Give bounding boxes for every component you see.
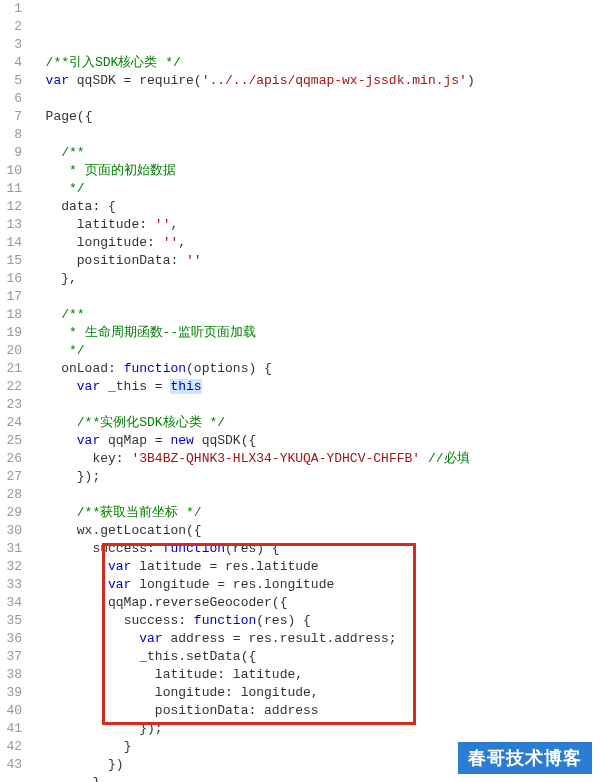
code-line[interactable]: wx.getLocation({ (30, 522, 600, 540)
code-line[interactable] (30, 90, 600, 108)
code-line[interactable] (30, 288, 600, 306)
code-token: /**实例化SDK核心类 */ (77, 415, 225, 430)
code-line[interactable]: success: function(res) { (30, 540, 600, 558)
code-line[interactable] (30, 486, 600, 504)
code-token: var (77, 379, 100, 394)
code-line[interactable]: data: { (30, 198, 600, 216)
line-number: 10 (0, 162, 22, 180)
code-token: qqSDK = require( (69, 73, 202, 88)
code-token (30, 523, 77, 538)
line-number: 9 (0, 144, 22, 162)
line-number: 43 (0, 756, 22, 774)
code-line[interactable]: /**实例化SDK核心类 */ (30, 414, 600, 432)
code-token (30, 649, 139, 664)
line-number: 36 (0, 630, 22, 648)
code-line[interactable]: */ (30, 342, 600, 360)
code-line[interactable]: /** (30, 144, 600, 162)
line-number: 20 (0, 342, 22, 360)
line-number: 40 (0, 702, 22, 720)
code-token (30, 55, 46, 70)
code-token: longitude: longitude, (155, 685, 319, 700)
code-token (420, 451, 428, 466)
line-number: 39 (0, 684, 22, 702)
code-line[interactable]: longitude: longitude, (30, 684, 600, 702)
code-token: latitude: latitude, (155, 667, 303, 682)
code-token: }); (77, 469, 100, 484)
watermark-badge: 春哥技术博客 (458, 742, 592, 774)
code-token (30, 721, 139, 736)
line-number: 37 (0, 648, 22, 666)
code-token (30, 505, 77, 520)
code-token: }) (108, 757, 124, 772)
code-token: (options) { (186, 361, 272, 376)
code-token: var (108, 559, 131, 574)
code-token (30, 343, 69, 358)
code-line[interactable]: positionData: address (30, 702, 600, 720)
line-number: 12 (0, 198, 22, 216)
code-line[interactable]: _this.setData({ (30, 648, 600, 666)
line-number: 13 (0, 216, 22, 234)
code-token: //必填 (428, 451, 470, 466)
code-token: }); (139, 721, 162, 736)
code-line[interactable]: /**获取当前坐标 */ (30, 504, 600, 522)
code-line[interactable]: }); (30, 468, 600, 486)
code-token: } (92, 775, 100, 782)
code-line[interactable]: /** (30, 306, 600, 324)
code-token: function (124, 361, 186, 376)
code-token (30, 217, 77, 232)
code-token: success: (92, 541, 162, 556)
code-token: /**引入SDK核心类 */ (46, 55, 181, 70)
code-line[interactable]: var latitude = res.latitude (30, 558, 600, 576)
line-number: 23 (0, 396, 22, 414)
code-line[interactable]: qqMap.reverseGeocoder({ (30, 594, 600, 612)
code-line[interactable]: key: '3B4BZ-QHNK3-HLX34-YKUQA-YDHCV-CHFF… (30, 450, 600, 468)
code-token: var (139, 631, 162, 646)
code-line[interactable]: success: function(res) { (30, 612, 600, 630)
code-line[interactable]: }); (30, 720, 600, 738)
line-number: 38 (0, 666, 22, 684)
code-line[interactable]: var qqSDK = require('../../apis/qqmap-wx… (30, 72, 600, 90)
line-number: 31 (0, 540, 22, 558)
code-line[interactable]: /**引入SDK核心类 */ (30, 54, 600, 72)
code-token (30, 433, 77, 448)
code-token: '3B4BZ-QHNK3-HLX34-YKUQA-YDHCV-CHFFB' (131, 451, 420, 466)
code-line[interactable]: * 生命周期函数--监听页面加载 (30, 324, 600, 342)
code-token (30, 307, 61, 322)
line-number: 33 (0, 576, 22, 594)
code-line[interactable]: onLoad: function(options) { (30, 360, 600, 378)
line-number: 35 (0, 612, 22, 630)
line-number: 18 (0, 306, 22, 324)
code-line[interactable]: Page({ (30, 108, 600, 126)
code-line[interactable] (30, 396, 600, 414)
line-number: 32 (0, 558, 22, 576)
code-area[interactable]: /**引入SDK核心类 */ var qqSDK = require('../.… (30, 0, 600, 782)
code-token: var (77, 433, 100, 448)
code-token: /** (61, 307, 84, 322)
code-token: _this.setData({ (139, 649, 256, 664)
code-line[interactable] (30, 126, 600, 144)
code-line[interactable]: */ (30, 180, 600, 198)
code-token: onLoad: (61, 361, 123, 376)
line-number: 14 (0, 234, 22, 252)
code-line[interactable]: }, (30, 270, 600, 288)
code-line[interactable]: var longitude = res.longitude (30, 576, 600, 594)
code-line[interactable]: } (30, 774, 600, 782)
code-token (30, 613, 124, 628)
code-line[interactable]: var qqMap = new qqSDK({ (30, 432, 600, 450)
code-token: */ (69, 343, 85, 358)
line-number: 42 (0, 738, 22, 756)
code-line[interactable]: var address = res.result.address; (30, 630, 600, 648)
code-line[interactable]: latitude: '', (30, 216, 600, 234)
code-line[interactable]: latitude: latitude, (30, 666, 600, 684)
code-line[interactable]: positionData: '' (30, 252, 600, 270)
code-line[interactable]: var _this = this (30, 378, 600, 396)
code-token: positionData: (77, 253, 186, 268)
code-line[interactable]: * 页面的初始数据 (30, 162, 600, 180)
code-line[interactable]: longitude: '', (30, 234, 600, 252)
line-number: 26 (0, 450, 22, 468)
code-token: '' (163, 235, 179, 250)
code-token (30, 739, 124, 754)
code-token (30, 577, 108, 592)
code-token: '' (155, 217, 171, 232)
code-token (30, 775, 92, 782)
